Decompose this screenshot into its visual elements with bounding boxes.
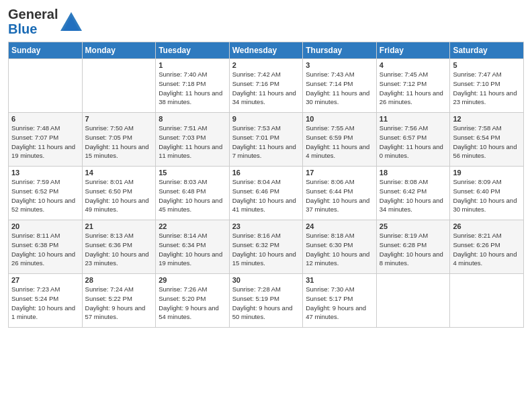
- calendar-cell: 24Sunrise: 8:18 AM Sunset: 6:30 PM Dayli…: [303, 220, 377, 274]
- calendar-cell: 7Sunrise: 7:50 AM Sunset: 7:05 PM Daylig…: [82, 113, 156, 167]
- day-number: 27: [11, 276, 79, 284]
- calendar-cell: 21Sunrise: 8:13 AM Sunset: 6:36 PM Dayli…: [82, 220, 156, 274]
- calendar-cell: 23Sunrise: 8:16 AM Sunset: 6:32 PM Dayli…: [229, 220, 303, 274]
- header-day-thursday: Thursday: [303, 42, 377, 59]
- day-info: Sunrise: 8:01 AM Sunset: 6:50 PM Dayligh…: [85, 177, 153, 214]
- header-day-tuesday: Tuesday: [156, 42, 230, 59]
- calendar-cell: 20Sunrise: 8:11 AM Sunset: 6:38 PM Dayli…: [9, 220, 83, 274]
- day-info: Sunrise: 8:03 AM Sunset: 6:48 PM Dayligh…: [159, 177, 226, 214]
- day-number: 16: [232, 169, 300, 177]
- calendar-week-5: 27Sunrise: 7:23 AM Sunset: 5:24 PM Dayli…: [9, 274, 524, 328]
- header: General Blue: [8, 7, 524, 36]
- calendar-cell: 13Sunrise: 7:59 AM Sunset: 6:52 PM Dayli…: [9, 167, 83, 220]
- calendar-cell: 16Sunrise: 8:04 AM Sunset: 6:46 PM Dayli…: [229, 167, 303, 220]
- day-info: Sunrise: 7:55 AM Sunset: 6:59 PM Dayligh…: [306, 124, 373, 161]
- calendar-week-1: 1Sunrise: 7:40 AM Sunset: 7:18 PM Daylig…: [9, 59, 524, 113]
- calendar-cell: 6Sunrise: 7:48 AM Sunset: 7:07 PM Daylig…: [9, 113, 83, 167]
- day-number: 12: [453, 115, 521, 123]
- calendar-cell: 8Sunrise: 7:51 AM Sunset: 7:03 PM Daylig…: [156, 113, 230, 167]
- header-day-friday: Friday: [376, 42, 450, 59]
- header-day-saturday: Saturday: [450, 42, 524, 59]
- calendar-cell: 9Sunrise: 7:53 AM Sunset: 7:01 PM Daylig…: [229, 113, 303, 167]
- calendar-cell: 12Sunrise: 7:58 AM Sunset: 6:54 PM Dayli…: [450, 113, 524, 167]
- day-info: Sunrise: 7:45 AM Sunset: 7:12 PM Dayligh…: [380, 70, 447, 107]
- day-info: Sunrise: 8:06 AM Sunset: 6:44 PM Dayligh…: [306, 177, 373, 214]
- day-info: Sunrise: 7:28 AM Sunset: 5:19 PM Dayligh…: [232, 285, 300, 322]
- day-number: 14: [85, 169, 153, 177]
- calendar-cell: 10Sunrise: 7:55 AM Sunset: 6:59 PM Dayli…: [303, 113, 377, 167]
- logo-line2: Blue: [8, 21, 58, 36]
- day-info: Sunrise: 7:59 AM Sunset: 6:52 PM Dayligh…: [11, 177, 79, 214]
- day-info: Sunrise: 7:50 AM Sunset: 7:05 PM Dayligh…: [85, 124, 153, 161]
- calendar-cell: 19Sunrise: 8:09 AM Sunset: 6:40 PM Dayli…: [450, 167, 524, 220]
- calendar-cell: 14Sunrise: 8:01 AM Sunset: 6:50 PM Dayli…: [82, 167, 156, 220]
- logo: General Blue: [8, 7, 82, 36]
- calendar-cell: 17Sunrise: 8:06 AM Sunset: 6:44 PM Dayli…: [303, 167, 377, 220]
- logo-triangle-icon: [60, 12, 82, 31]
- day-number: 31: [306, 276, 373, 284]
- day-number: 15: [159, 169, 226, 177]
- day-number: 13: [11, 169, 79, 177]
- calendar-week-4: 20Sunrise: 8:11 AM Sunset: 6:38 PM Dayli…: [9, 220, 524, 274]
- calendar-cell: 4Sunrise: 7:45 AM Sunset: 7:12 PM Daylig…: [376, 59, 450, 113]
- day-number: 19: [453, 169, 521, 177]
- day-number: 30: [232, 276, 300, 284]
- day-number: 25: [380, 222, 447, 230]
- day-number: 5: [453, 61, 521, 69]
- day-info: Sunrise: 7:51 AM Sunset: 7:03 PM Dayligh…: [159, 124, 226, 161]
- page-container: General Blue SundayMondayTuesdayWednesda…: [0, 0, 532, 333]
- calendar-cell: 22Sunrise: 8:14 AM Sunset: 6:34 PM Dayli…: [156, 220, 230, 274]
- calendar-cell: [450, 274, 524, 328]
- day-number: 17: [306, 169, 373, 177]
- calendar-cell: 31Sunrise: 7:30 AM Sunset: 5:17 PM Dayli…: [303, 274, 377, 328]
- calendar-cell: [376, 274, 450, 328]
- day-info: Sunrise: 7:56 AM Sunset: 6:57 PM Dayligh…: [380, 124, 447, 161]
- header-day-wednesday: Wednesday: [229, 42, 303, 59]
- day-info: Sunrise: 7:23 AM Sunset: 5:24 PM Dayligh…: [11, 285, 79, 322]
- calendar-cell: 29Sunrise: 7:26 AM Sunset: 5:20 PM Dayli…: [156, 274, 230, 328]
- day-number: 24: [306, 222, 373, 230]
- day-info: Sunrise: 8:14 AM Sunset: 6:34 PM Dayligh…: [159, 231, 226, 268]
- day-info: Sunrise: 8:18 AM Sunset: 6:30 PM Dayligh…: [306, 231, 373, 268]
- calendar-week-3: 13Sunrise: 7:59 AM Sunset: 6:52 PM Dayli…: [9, 167, 524, 220]
- calendar-cell: 11Sunrise: 7:56 AM Sunset: 6:57 PM Dayli…: [376, 113, 450, 167]
- day-info: Sunrise: 8:13 AM Sunset: 6:36 PM Dayligh…: [85, 231, 153, 268]
- day-info: Sunrise: 8:04 AM Sunset: 6:46 PM Dayligh…: [232, 177, 300, 214]
- calendar-cell: 27Sunrise: 7:23 AM Sunset: 5:24 PM Dayli…: [9, 274, 83, 328]
- day-number: 3: [306, 61, 373, 69]
- day-number: 8: [159, 115, 226, 123]
- calendar-cell: [82, 59, 156, 113]
- calendar-cell: 26Sunrise: 8:21 AM Sunset: 6:26 PM Dayli…: [450, 220, 524, 274]
- day-number: 4: [380, 61, 447, 69]
- day-info: Sunrise: 7:58 AM Sunset: 6:54 PM Dayligh…: [453, 124, 521, 161]
- day-info: Sunrise: 7:53 AM Sunset: 7:01 PM Dayligh…: [232, 124, 300, 161]
- day-number: 6: [11, 115, 79, 123]
- calendar-cell: 18Sunrise: 8:08 AM Sunset: 6:42 PM Dayli…: [376, 167, 450, 220]
- day-info: Sunrise: 7:47 AM Sunset: 7:10 PM Dayligh…: [453, 70, 521, 107]
- header-day-sunday: Sunday: [9, 42, 83, 59]
- day-info: Sunrise: 7:48 AM Sunset: 7:07 PM Dayligh…: [11, 124, 79, 161]
- calendar-cell: [9, 59, 83, 113]
- header-day-monday: Monday: [82, 42, 156, 59]
- day-info: Sunrise: 7:42 AM Sunset: 7:16 PM Dayligh…: [232, 70, 300, 107]
- day-number: 11: [380, 115, 447, 123]
- calendar-cell: 1Sunrise: 7:40 AM Sunset: 7:18 PM Daylig…: [156, 59, 230, 113]
- logo-wrapper: General Blue: [8, 7, 82, 36]
- day-number: 28: [85, 276, 153, 284]
- calendar-cell: 25Sunrise: 8:19 AM Sunset: 6:28 PM Dayli…: [376, 220, 450, 274]
- day-number: 9: [232, 115, 300, 123]
- day-number: 18: [380, 169, 447, 177]
- day-number: 23: [232, 222, 300, 230]
- day-info: Sunrise: 8:08 AM Sunset: 6:42 PM Dayligh…: [380, 177, 447, 214]
- day-number: 29: [159, 276, 226, 284]
- calendar-header-row: SundayMondayTuesdayWednesdayThursdayFrid…: [9, 42, 524, 59]
- day-info: Sunrise: 7:30 AM Sunset: 5:17 PM Dayligh…: [306, 285, 373, 322]
- calendar-table: SundayMondayTuesdayWednesdayThursdayFrid…: [8, 42, 524, 328]
- day-info: Sunrise: 8:21 AM Sunset: 6:26 PM Dayligh…: [453, 231, 521, 268]
- day-info: Sunrise: 8:09 AM Sunset: 6:40 PM Dayligh…: [453, 177, 521, 214]
- day-number: 10: [306, 115, 373, 123]
- calendar-cell: 3Sunrise: 7:43 AM Sunset: 7:14 PM Daylig…: [303, 59, 377, 113]
- day-number: 22: [159, 222, 226, 230]
- day-number: 1: [159, 61, 226, 69]
- day-number: 26: [453, 222, 521, 230]
